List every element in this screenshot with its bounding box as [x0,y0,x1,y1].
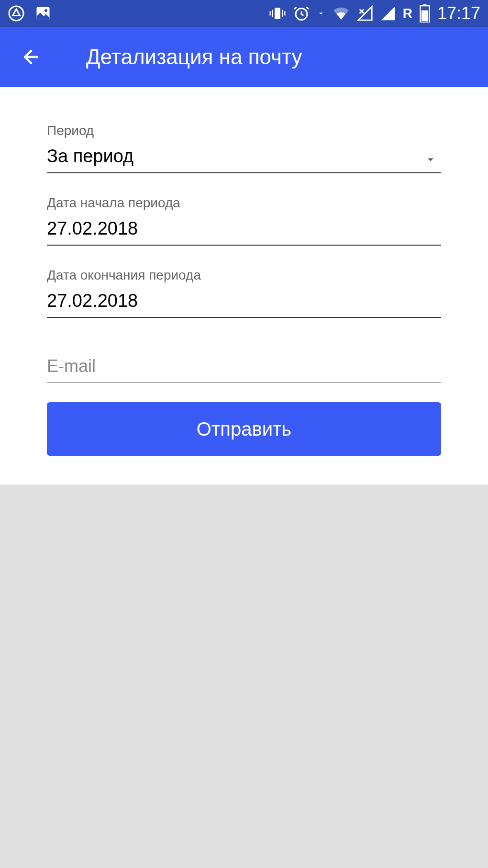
empty-space [0,485,488,868]
svg-rect-11 [421,11,428,22]
roaming-indicator: R [403,6,412,21]
submit-label: Отправить [197,418,291,440]
form-content: Период За период Дата начала периода 27.… [0,87,488,485]
start-date-group: Дата начала периода 27.02.2018 [47,195,441,246]
svg-rect-3 [275,8,280,19]
end-date-label: Дата окончания периода [47,268,441,283]
signal-1-icon [357,5,373,22]
chevron-down-icon [424,153,437,168]
page-title: Детализация на почту [86,45,302,69]
vibrate-icon [269,5,286,22]
email-placeholder: E-mail [47,356,96,376]
status-left [8,5,52,22]
period-label: Период [47,123,441,138]
status-bar: R 17:17 [0,0,488,27]
start-date-label: Дата начала периода [47,195,441,211]
arrow-left-icon [21,46,42,68]
status-right: R 17:17 [269,3,480,23]
svg-rect-6 [269,11,270,16]
start-date-input[interactable]: 27.02.2018 [47,218,441,246]
period-value: За период [47,146,133,166]
svg-rect-4 [272,10,273,17]
alarm-icon [293,5,310,22]
gallery-icon [34,5,52,22]
svg-rect-7 [284,11,285,16]
start-date-value: 27.02.2018 [47,218,138,238]
svg-point-2 [44,9,47,12]
dropdown-icon [317,9,325,18]
svg-rect-5 [282,10,283,17]
app-header: Детализация на почту [0,27,488,87]
wifi-icon [332,4,350,23]
end-date-group: Дата окончания периода 27.02.2018 [47,268,441,318]
email-group: E-mail [47,356,441,383]
app-icon-circle [8,5,25,22]
signal-2-icon [380,5,396,22]
end-date-input[interactable]: 27.02.2018 [47,291,441,318]
battery-icon [419,4,431,23]
status-time: 17:17 [437,3,480,23]
end-date-value: 27.02.2018 [47,291,138,311]
back-button[interactable] [19,45,43,69]
submit-button[interactable]: Отправить [47,402,441,456]
email-input[interactable]: E-mail [47,356,441,383]
period-select[interactable]: За период [47,146,441,173]
period-group: Период За период [47,123,441,173]
